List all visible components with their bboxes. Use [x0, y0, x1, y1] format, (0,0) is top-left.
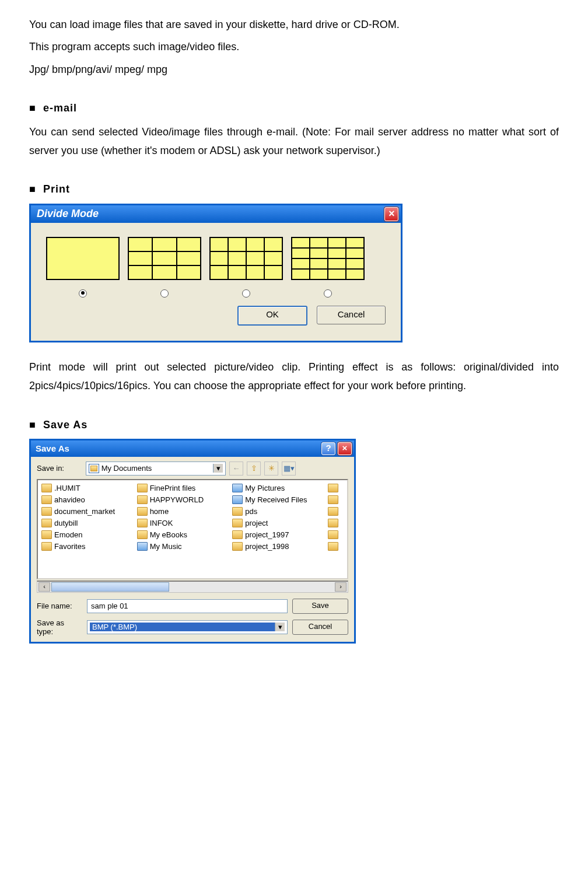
folder-item[interactable]: [328, 518, 344, 529]
folder-icon: [232, 519, 243, 527]
folder-icon: [328, 519, 338, 527]
folder-item[interactable]: Favorites: [41, 541, 131, 553]
folder-item[interactable]: [328, 483, 344, 494]
close-icon[interactable]: ×: [338, 442, 352, 455]
folder-icon: [89, 464, 99, 473]
paragraph-email: You can send selected Video/image files …: [29, 123, 559, 160]
mode-radio-3[interactable]: [242, 289, 250, 298]
folder-item[interactable]: pds: [232, 506, 322, 518]
heading-saveas: ■ Save As: [29, 415, 559, 434]
mode-option-4[interactable]: [291, 237, 365, 280]
filename-input[interactable]: sam ple 01: [87, 599, 288, 613]
folder-icon: [137, 542, 148, 551]
folder-item[interactable]: .HUMIT: [41, 483, 131, 494]
scroll-right-icon[interactable]: ›: [335, 582, 346, 592]
mode-option-2[interactable]: [128, 237, 201, 280]
saveas-titlebar[interactable]: Save As ? ×: [31, 440, 354, 457]
folder-item[interactable]: [328, 541, 344, 553]
folder-item[interactable]: dutybill: [41, 518, 131, 529]
folder-icon: [232, 530, 243, 539]
help-icon[interactable]: ?: [321, 442, 335, 455]
filename-label: File name:: [37, 602, 82, 610]
back-icon[interactable]: ←: [229, 462, 243, 476]
folder-icon: [328, 484, 338, 492]
saveastype-label: Save as type:: [37, 618, 82, 636]
savein-combo[interactable]: My Documents ▾: [86, 462, 226, 476]
mode-radio-4[interactable]: [324, 289, 332, 298]
folder-icon: [41, 519, 52, 527]
scroll-left-icon[interactable]: ‹: [38, 582, 50, 592]
folder-icon: [137, 530, 148, 539]
folder-icon: [232, 507, 243, 516]
folder-icon: [137, 495, 148, 504]
savein-label: Save in:: [37, 464, 82, 473]
dialog-title: Divide Mode: [37, 208, 99, 220]
heading-print: ■ Print: [29, 180, 559, 198]
folder-item[interactable]: project_1997: [232, 529, 322, 541]
saveas-dialog: Save As ? × Save in: My Documents ▾ ← ⇧ …: [29, 439, 356, 644]
paragraph-formats: Jpg/ bmp/png/avi/ mpeg/ mpg: [29, 60, 559, 79]
folder-item[interactable]: HAPPYWORLD: [137, 494, 227, 506]
view-menu-icon[interactable]: ▦▾: [282, 462, 296, 476]
folder-item[interactable]: My Received Files: [232, 494, 322, 506]
save-button[interactable]: Save: [292, 599, 348, 614]
divide-mode-dialog: Divide Mode ×: [29, 204, 402, 342]
saveastype-combo[interactable]: BMP (*.BMP) ▾: [87, 620, 288, 634]
folder-icon: [328, 507, 338, 516]
folder-icon: [137, 484, 148, 492]
file-list-pane[interactable]: .HUMITahavideodocument_marketdutybillEmo…: [37, 479, 348, 579]
saveas-title: Save As: [36, 443, 69, 453]
folder-icon: [232, 484, 243, 492]
paragraph-accepts: This program accepts such image/video fi…: [29, 37, 559, 56]
folder-icon: [137, 507, 148, 516]
folder-icon: [328, 530, 338, 539]
folder-item[interactable]: [328, 494, 344, 506]
folder-item[interactable]: My Music: [137, 541, 227, 553]
folder-icon: [232, 542, 243, 551]
folder-icon: [328, 495, 338, 504]
folder-item[interactable]: project: [232, 518, 322, 529]
mode-option-1[interactable]: [46, 237, 120, 280]
folder-item[interactable]: My eBooks: [137, 529, 227, 541]
cancel-button[interactable]: Cancel: [292, 620, 348, 635]
horizontal-scrollbar[interactable]: ‹ ›: [37, 581, 348, 593]
folder-item[interactable]: ahavideo: [41, 494, 131, 506]
up-folder-icon[interactable]: ⇧: [247, 462, 261, 476]
cancel-button[interactable]: Cancel: [317, 306, 386, 324]
close-icon[interactable]: ×: [384, 207, 398, 221]
folder-icon: [232, 495, 243, 504]
dialog-titlebar[interactable]: Divide Mode ×: [31, 205, 401, 223]
chevron-down-icon[interactable]: ▾: [213, 464, 223, 473]
folder-icon: [328, 542, 338, 551]
mode-option-3[interactable]: [209, 237, 283, 280]
ok-button[interactable]: OK: [237, 306, 307, 326]
folder-icon: [41, 484, 52, 492]
folder-item[interactable]: FinePrint files: [137, 483, 227, 494]
folder-item[interactable]: [328, 506, 344, 518]
folder-item[interactable]: home: [137, 506, 227, 518]
folder-item[interactable]: My Pictures: [232, 483, 322, 494]
folder-item[interactable]: Emoden: [41, 529, 131, 541]
folder-icon: [137, 519, 148, 527]
scroll-thumb[interactable]: [51, 582, 169, 592]
folder-item[interactable]: document_market: [41, 506, 131, 518]
folder-icon: [41, 530, 52, 539]
paragraph-load: You can load image files that are saved …: [29, 15, 559, 34]
mode-radio-2[interactable]: [160, 289, 169, 298]
heading-email: ■ e-mail: [29, 99, 559, 117]
folder-item[interactable]: project_1998: [232, 541, 322, 553]
folder-item[interactable]: INFOK: [137, 518, 227, 529]
paragraph-print-desc: Print mode will print out selected pictu…: [29, 358, 559, 396]
folder-icon: [41, 542, 52, 551]
new-folder-icon[interactable]: ✳: [264, 462, 278, 476]
folder-icon: [41, 507, 52, 516]
mode-radio-1[interactable]: [79, 289, 87, 298]
folder-item[interactable]: [328, 529, 344, 541]
folder-icon: [41, 495, 52, 504]
chevron-down-icon[interactable]: ▾: [275, 623, 285, 631]
